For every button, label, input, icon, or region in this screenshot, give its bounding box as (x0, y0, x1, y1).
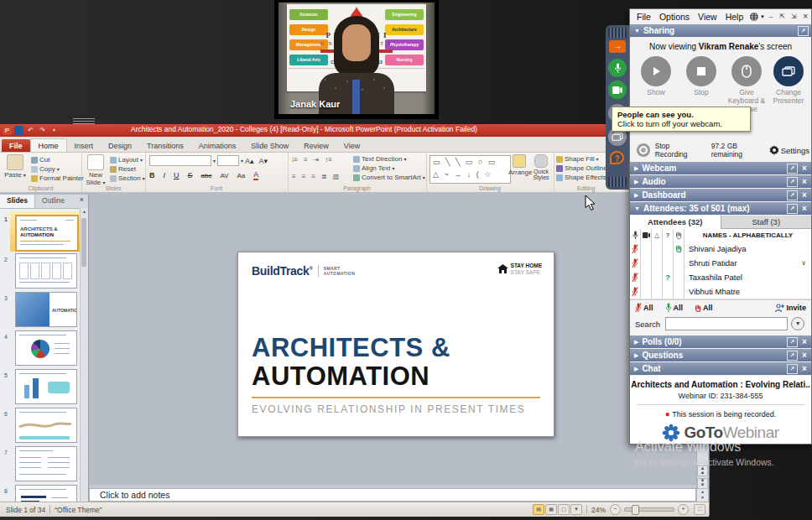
attendees-popout-icon[interactable]: ↗ (787, 204, 798, 214)
tab-slides[interactable]: Slides (0, 195, 35, 208)
help-bubble-icon[interactable]: ? (610, 151, 624, 164)
shapes-gallery[interactable]: ▭ ╲ ╲ ▭ ○ ▭ △ ~ → ↓ ( ☆ (429, 155, 511, 184)
zoom-slider-thumb[interactable] (632, 505, 639, 515)
menu-options[interactable]: Options (655, 12, 694, 22)
tab-insert[interactable]: Insert (67, 139, 102, 152)
hand-column-icon[interactable] (674, 229, 684, 242)
section-dashboard[interactable]: ▶Dashboard ↗× (630, 189, 811, 201)
webcam-resize-grip[interactable] (73, 118, 95, 124)
mic-column-icon[interactable] (630, 229, 641, 242)
attendee-row[interactable]: Shivani Jajadiya (630, 242, 811, 257)
unmute-all-button[interactable]: All (665, 303, 684, 313)
current-slide[interactable]: BuildTrack® SMARTAUTOMATION STAY HOMESTA… (237, 252, 554, 437)
menu-help[interactable]: Help (721, 12, 748, 22)
tab-review[interactable]: Review (296, 139, 336, 152)
settings-button[interactable]: Settings (769, 145, 809, 155)
collapse-panel-icon[interactable]: → (609, 40, 626, 53)
reset-button[interactable]: Reset (110, 165, 136, 173)
change-presenter-button[interactable]: Change Presenter (766, 56, 811, 105)
align-right-icon[interactable]: ≡ (311, 173, 315, 180)
strikethrough-button[interactable]: S (188, 171, 193, 179)
section-button[interactable]: Section ▾ (110, 174, 145, 182)
format-painter-button[interactable]: Format Painter (31, 174, 84, 182)
menu-file[interactable]: File (632, 12, 655, 22)
section-questions[interactable]: ▶Questions ↗× (630, 349, 811, 361)
tab-staff[interactable]: Staff (3) (721, 216, 812, 229)
webcam-toggle-icon[interactable] (608, 81, 627, 99)
mute-all-button[interactable]: All (635, 303, 653, 313)
chat-popout-icon[interactable]: ↗ (787, 364, 798, 374)
reading-view-icon[interactable]: ▢ (558, 504, 570, 515)
muted-mic-icon[interactable] (630, 284, 641, 299)
shape-fill-button[interactable]: Shape Fill ▾ (556, 155, 599, 163)
text-direction-button[interactable]: Text Direction ▾ (353, 155, 406, 163)
audio-close-icon[interactable]: × (800, 177, 809, 186)
attendee-row[interactable]: Shruti Patidar ∨ (630, 256, 811, 271)
zoom-in-icon[interactable]: + (678, 504, 689, 515)
slideshow-icon[interactable]: ▼ (570, 504, 582, 515)
arrange-button[interactable]: Arrange (508, 154, 530, 176)
questions-close-icon[interactable]: × (800, 351, 809, 360)
bullets-icon[interactable]: ⁞≡ (292, 156, 298, 164)
notes-pane[interactable]: Click to add notes (89, 488, 696, 502)
webcam-column-icon[interactable] (641, 229, 652, 242)
shape-outline-button[interactable]: Shape Outline ▾ (556, 164, 612, 172)
paste-button[interactable]: Paste ▾ (1, 154, 29, 179)
slide-thumbnail-7[interactable] (15, 446, 77, 481)
character-spacing-button[interactable]: AV (220, 172, 228, 179)
question-column-icon[interactable]: ? (663, 229, 674, 242)
font-name-select[interactable]: ▾▾A▴A▾ (149, 155, 271, 166)
align-center-icon[interactable]: ≡ (302, 173, 306, 180)
section-chat[interactable]: ▶Chat ↗× (630, 362, 811, 375)
mic-toggle-icon[interactable] (608, 59, 627, 77)
shape-effects-button[interactable]: Shape Effects ▾ (556, 174, 611, 181)
tab-outline[interactable]: Outline (35, 195, 71, 208)
slide-thumbnail-8[interactable] (15, 485, 77, 502)
webcam-popout-icon[interactable]: ↗ (787, 164, 798, 174)
tab-slide-show[interactable]: Slide Show (243, 139, 296, 152)
slide-thumbnail-1[interactable]: ARCHITECTS & AUTOMATION (15, 215, 79, 252)
normal-view-icon[interactable]: ▤ (533, 504, 544, 515)
dashboard-popout-icon[interactable]: ↗ (787, 190, 798, 200)
numbering-icon[interactable]: ≡ (304, 156, 308, 164)
section-polls[interactable]: ▶Polls (0/0) ↗× (630, 335, 811, 348)
tab-view[interactable]: View (336, 139, 367, 152)
globe-icon[interactable] (749, 12, 759, 22)
scrollbar-thumb[interactable] (81, 218, 86, 267)
polls-popout-icon[interactable]: ↗ (787, 337, 798, 347)
indent-icon[interactable]: ⇥ (314, 156, 320, 164)
clear-formatting-button[interactable]: abc (201, 172, 212, 179)
muted-mic-icon[interactable] (630, 242, 641, 256)
webcam-close-icon[interactable]: × (800, 164, 809, 173)
tab-attendees[interactable]: Attendees (32) (630, 216, 721, 229)
panel-close-icon[interactable]: × (799, 12, 811, 22)
show-button[interactable]: Show (633, 56, 679, 96)
tab-animations[interactable]: Animations (191, 139, 244, 152)
names-header[interactable]: NAMES - ALPHABETICALLY (684, 231, 811, 239)
align-text-button[interactable]: Align Text ▾ (353, 164, 395, 172)
font-size-select[interactable] (217, 155, 239, 166)
invite-button[interactable]: Invite (774, 304, 806, 312)
slide-thumbnail-2[interactable] (15, 253, 77, 289)
section-webcam[interactable]: ▶Webcam ↗× (630, 162, 811, 174)
stop-button[interactable]: Stop (679, 56, 724, 96)
panel-popout-icon[interactable]: ⇱ (777, 12, 789, 22)
stop-recording-label[interactable]: Stop Recording (655, 142, 703, 159)
muted-mic-icon[interactable] (630, 270, 641, 284)
lower-hands-all-button[interactable]: All (695, 304, 713, 312)
columns-icon[interactable]: ▥ (333, 173, 340, 180)
warning-column-icon[interactable]: △ (652, 229, 663, 242)
slide-thumbnail-3[interactable]: AUTOMATION (15, 292, 77, 327)
section-sharing[interactable]: ▼ Sharing ↗ (630, 24, 811, 37)
slide-thumbnail-5[interactable] (15, 369, 77, 404)
tab-transitions[interactable]: Transitions (139, 139, 191, 152)
panel-minimize-icon[interactable]: – (765, 12, 777, 22)
grow-font-icon[interactable]: A▴ (245, 157, 254, 165)
questions-popout-icon[interactable]: ↗ (787, 351, 798, 361)
attendee-row[interactable]: Vibhuti Mhatre (630, 284, 811, 299)
slide-thumbnail-4[interactable] (15, 330, 77, 366)
cut-button[interactable]: Cut (31, 156, 49, 164)
give-keyboard-mouse-button[interactable]: Give Keyboard & Mouse (724, 56, 769, 114)
underline-button[interactable]: U (174, 171, 180, 179)
quick-styles-button[interactable]: Quick Styles (530, 154, 552, 180)
